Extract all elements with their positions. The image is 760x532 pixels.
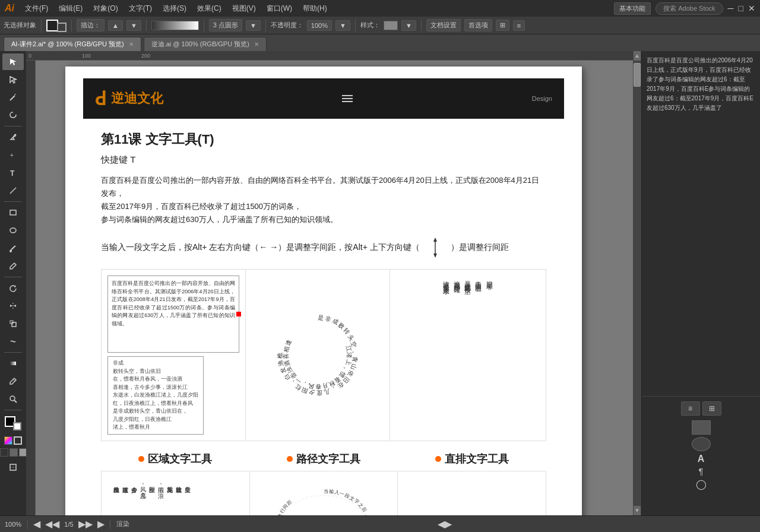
hamburger-menu[interactable] [342, 95, 353, 102]
stroke-color[interactable] [46, 20, 58, 31]
artwork: ꓒ 逆迪文化 Design 第11课 文字工具(T) 快捷键 T 百度百科是百度… [65, 66, 582, 515]
eyedropper-tool[interactable] [2, 373, 24, 390]
fill-stroke-swatches[interactable] [4, 415, 23, 432]
reflect-tool[interactable] [2, 297, 24, 314]
right-panel: 百度百科是百度公司推出的2006年4月20日上线，正式版年9月，百度百科已经收录… [641, 51, 760, 515]
align-btn[interactable]: ⊞ [496, 20, 509, 31]
scroll-thumb[interactable] [634, 63, 641, 87]
scroll-down-btn[interactable]: ▼ [634, 506, 641, 515]
tab-1[interactable]: 逆迪.ai @ 100% (RGB/GPU 预览) ✕ [144, 37, 267, 51]
doc-settings-btn[interactable]: 文档设置 [426, 19, 461, 31]
preferences-btn[interactable]: 首选项 [464, 19, 492, 31]
demo-grid-2: 白发渔樵 雄江东逝 古今多少 风，几度 夕阳红 依旧，浪 花淘尽英 非成败转 是… [101, 471, 546, 515]
menu-file[interactable]: 文件(F) [20, 2, 53, 15]
menu-effect[interactable]: 效果(C) [192, 2, 226, 15]
scroll-up-btn[interactable]: ▲ [634, 51, 641, 61]
right-btn-circle[interactable] [692, 437, 711, 451]
vertical-title: 直排文字工具 [445, 452, 509, 466]
maximize-btn[interactable]: □ [739, 4, 743, 13]
lasso-tool[interactable] [2, 107, 24, 124]
warp-tool[interactable] [2, 333, 24, 350]
poem-text-8: 几度夕阳红，日夜渔樵江 [113, 416, 198, 424]
svg-rect-12 [10, 362, 16, 365]
stock-search[interactable]: 搜索 Adobe Stock [656, 2, 723, 15]
right-btn-circle2[interactable]: ◯ [696, 479, 707, 490]
point-type[interactable]: 3 点圆形 [209, 19, 242, 31]
opacity-dropdown[interactable]: ▼ [335, 20, 350, 31]
color-btn[interactable] [4, 436, 12, 445]
paintbrush-tool[interactable] [2, 240, 24, 256]
demo-grid-1: 百度百科是百度公司推出的一部内容开放、自由的网络百科全书平台。其测试版于2006… [101, 269, 546, 441]
right-btn-rect[interactable] [692, 420, 711, 435]
menu-help[interactable]: 帮助(H) [298, 2, 332, 15]
arrange-btn[interactable]: ≡ [513, 20, 525, 31]
style-dropdown[interactable]: ▼ [401, 20, 416, 31]
scale-tool[interactable] [2, 315, 24, 332]
menu-text[interactable]: 文字(T) [124, 2, 157, 15]
zoom-tool[interactable] [2, 391, 24, 407]
stroke-up-btn[interactable]: ▲ [108, 20, 123, 31]
zoom-level[interactable]: 100% [5, 521, 21, 528]
nav-first-btn[interactable]: ◀◀ [45, 518, 59, 530]
rotate-tool[interactable] [2, 280, 24, 296]
nav-prev-btn[interactable]: ◀ [33, 518, 40, 530]
status-arrow-right[interactable]: ▶ [445, 518, 452, 530]
pencil-tool[interactable] [2, 258, 24, 274]
add-anchor-tool[interactable]: + [2, 147, 24, 163]
minimize-btn[interactable]: ─ [728, 4, 734, 13]
none-btn[interactable] [14, 436, 22, 445]
area-text-content: 百度百科是百度公司推出的一部内容开放、自由的网络百科全书平台。其测试版于2006… [112, 280, 235, 328]
menu-select[interactable]: 选择(S) [158, 2, 191, 15]
point-dropdown[interactable]: ▼ [246, 20, 261, 31]
desc-3: 参与词条编辑的网友超过630万人，几乎涵盖了所有已知的知识领域。 [101, 215, 338, 224]
opacity-value[interactable]: 100% [307, 20, 332, 31]
screen-mode[interactable] [10, 448, 18, 457]
labels-row-1: 区域文字工具 路径文字工具 直排文字工具 [101, 447, 546, 471]
right-btn-A[interactable]: A [698, 454, 705, 464]
area-label: 非成 败转头空，青山依旧 在，惯看秋月春风，一壶浊酒 喜相逢，古今多少事，滚滚长… [107, 356, 239, 435]
tab-0[interactable]: AI-课件2.ai* @ 100% (RGB/GPU 预览) ✕ [4, 37, 141, 51]
status-arrow-left[interactable]: ◀ [438, 518, 445, 530]
right-btn-2[interactable]: ⊞ [702, 401, 721, 416]
vert-area-col-2: 雄江东逝 [121, 482, 129, 515]
type-tool[interactable]: T [2, 164, 24, 181]
toolbar-sep-5 [265, 20, 266, 31]
menu-edit[interactable]: 编辑(E) [54, 2, 87, 15]
right-btn-1[interactable]: ≡ [681, 401, 700, 416]
v-scrollbar[interactable]: ▲ ▼ [633, 51, 641, 515]
menu-window[interactable]: 窗口(W) [262, 2, 297, 15]
gradient-tool[interactable] [2, 355, 24, 372]
hamburger-line-1 [342, 95, 353, 96]
stroke-swatch[interactable] [13, 422, 21, 430]
artboard-tool[interactable] [2, 459, 24, 476]
style-swatch[interactable] [384, 21, 398, 30]
right-btn-para[interactable]: ¶ [699, 467, 704, 476]
toolbar-sep-7 [421, 20, 422, 31]
fill-color[interactable] [57, 23, 66, 32]
vert-col-1: 滚滚长江东逝水 [442, 276, 450, 365]
workspace-dropdown[interactable]: 基本功能 [614, 2, 651, 15]
pen-tool[interactable] [2, 129, 24, 145]
direct-selection-tool[interactable] [2, 71, 24, 88]
vert-area-col-5: 夕阳红 [148, 482, 156, 515]
rectangle-tool[interactable] [2, 204, 24, 221]
magic-wand-tool[interactable] [2, 89, 24, 106]
normal-mode[interactable] [0, 448, 8, 457]
close-btn[interactable]: ✕ [748, 4, 755, 13]
tab-1-close[interactable]: ✕ [254, 41, 259, 48]
stroke-down-btn[interactable]: ▼ [126, 20, 141, 31]
selection-tool[interactable] [2, 53, 24, 70]
stroke-gradient[interactable] [151, 21, 199, 30]
tab-0-close[interactable]: ✕ [129, 41, 134, 48]
menu-view[interactable]: 视图(V) [227, 2, 261, 15]
nav-next-btn[interactable]: ▶ [97, 518, 104, 530]
canvas-area[interactable]: 0 100 200 ꓒ 逆迪文化 [26, 51, 641, 515]
poem-text-2: 败转头空，青山依旧 [113, 368, 198, 376]
nav-last-btn[interactable]: ▶▶ [78, 518, 93, 530]
line-tool[interactable] [2, 182, 24, 199]
svg-text:当输入一段文字之后，按Alt+左右方向键调整字间距，按Alt: 当输入一段文字之后，按Alt+左右方向键调整字间距，按Alt+上下方向键调整行间… [277, 489, 370, 515]
hamburger-line-2 [342, 98, 353, 99]
menu-object[interactable]: 对象(O) [88, 2, 122, 15]
ellipse-tool[interactable] [2, 222, 24, 239]
tools-sep-4 [4, 352, 22, 353]
